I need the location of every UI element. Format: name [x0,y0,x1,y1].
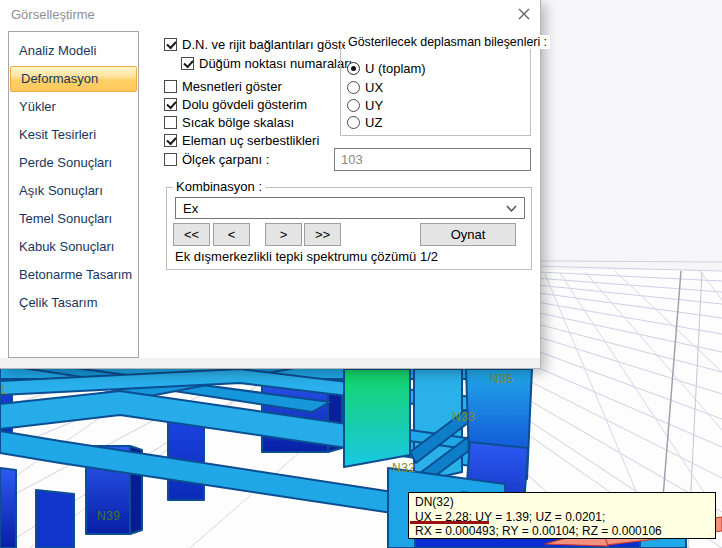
checkbox-label: Düğüm noktası numaraları [199,56,352,71]
close-button[interactable] [512,3,536,25]
close-icon [518,8,530,20]
displacement-groupbox: Gösterilecek deplasman bileşenleri : U (… [340,43,531,136]
ux-value-underline-annotation [410,521,489,524]
checkbox-box[interactable] [164,153,177,166]
radio-label: UY [365,98,383,113]
tooltip-rotations: RX = 0.000493; RY = 0.00104; RZ = 0.0001… [415,524,709,539]
radio-label: U (toplam) [365,61,426,76]
checkbox-dn-rijit[interactable]: D.N. ve rijit bağlantıları göster [164,37,353,52]
checkbox-box[interactable] [181,57,194,70]
node-result-tooltip: DN(32) UX = 2.28; UY = 1.39; UZ = 0.0201… [408,492,716,539]
radio-u-toplam[interactable]: U (toplam) [347,61,426,76]
node-label-n39: N39 [97,509,121,523]
category-listbox: Analiz Modeli Deformasyon Yükler Kesit T… [8,31,139,358]
previous-combination-button[interactable]: < [213,223,250,246]
checkbox-label: Sıcak bölge skalası [182,115,294,130]
radio-circle[interactable] [347,62,360,75]
sidebar-item-kabuk-sonuclari[interactable]: Kabuk Sonuçları [9,233,138,261]
sidebar-item-deformasyon[interactable]: Deformasyon [10,66,137,92]
combination-groupbox: Kombinasyon : Ex << < > >> Oynat Ek dışm… [166,187,532,270]
sidebar-item-temel-sonuclari[interactable]: Temel Sonuçları [9,205,138,233]
checkbox-box[interactable] [164,38,177,51]
node-label-n32: N32 [392,461,416,475]
checkbox-label: Mesnetleri göster [182,79,282,94]
checkbox-dolu-govdeli[interactable]: Dolu gövdeli gösterim [164,97,307,112]
first-combination-button[interactable]: << [173,223,210,246]
last-combination-button[interactable]: >> [304,223,341,246]
chevron-down-icon [506,205,517,212]
tooltip-node-id: DN(32) [415,495,709,510]
radio-ux[interactable]: UX [347,80,383,95]
sidebar-item-analiz-modeli[interactable]: Analiz Modeli [9,37,138,65]
sidebar-item-betonarme-tasarim[interactable]: Betonarme Tasarım [9,261,138,289]
radio-circle[interactable] [347,81,360,94]
sidebar-item-kesit-tesirleri[interactable]: Kesit Tesirleri [9,121,138,149]
dropdown-selected-value: Ex [183,201,198,216]
dialog-bottom-strip [0,358,540,368]
scale-factor-input[interactable] [334,148,531,171]
checkbox-box[interactable] [164,134,177,147]
sidebar-item-yukler[interactable]: Yükler [9,93,138,121]
combination-group-title: Kombinasyon : [173,179,265,194]
node-label-n33: N33 [452,410,476,424]
combination-dropdown[interactable]: Ex [175,197,525,219]
checkbox-mesnetleri-goster[interactable]: Mesnetleri göster [164,79,282,94]
checkbox-box[interactable] [164,116,177,129]
radio-label: UZ [365,115,382,130]
next-combination-button[interactable]: > [265,223,302,246]
checkbox-eleman-uc[interactable]: Eleman uç serbestlikleri [164,133,319,148]
radio-circle[interactable] [347,116,360,129]
sidebar-item-celik-tasarim[interactable]: Çelik Tasarım [9,289,138,317]
dialog-title: Görselleştirme [11,7,95,22]
checkbox-label: D.N. ve rijit bağlantıları göster [182,37,353,52]
radio-uy[interactable]: UY [347,98,383,113]
sidebar-item-asik-sonuclari[interactable]: Aşık Sonuçları [9,177,138,205]
checkbox-sicak-bolge[interactable]: Sıcak bölge skalası [164,115,294,130]
radio-circle[interactable] [347,99,360,112]
combination-status-text: Ek dışmerkezlikli tepki spektrumu çözümü… [175,249,438,264]
gorsellestirme-dialog: Görselleştirme Analiz Modeli Deformasyon… [0,0,541,369]
play-button[interactable]: Oynat [420,223,516,246]
checkbox-box[interactable] [164,80,177,93]
node-label-n36: N36 [490,372,514,386]
checkbox-box[interactable] [164,98,177,111]
checkbox-label: Eleman uç serbestlikleri [182,133,319,148]
radio-uz[interactable]: UZ [347,115,382,130]
radio-label: UX [365,80,383,95]
checkbox-dugum-numaralari[interactable]: Düğüm noktası numaraları [181,56,352,71]
checkbox-label: Dolu gövdeli gösterim [182,97,307,112]
checkbox-label: Ölçek çarpanı : [182,152,269,167]
checkbox-olcek-carpani[interactable]: Ölçek çarpanı : [164,152,269,167]
node-label-1: 1 [0,383,7,397]
displacement-group-title: Gösterilecek deplasman bileşenleri : [345,35,550,49]
sidebar-item-perde-sonuclari[interactable]: Perde Sonuçları [9,149,138,177]
